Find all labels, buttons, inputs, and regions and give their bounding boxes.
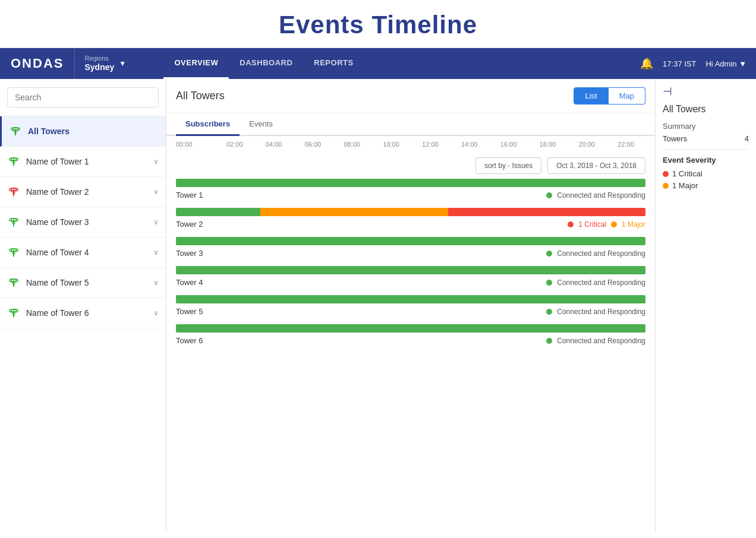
sidebar-item-tower2[interactable]: Name of Tower 2 ∨ — [0, 177, 166, 207]
tower5-status: Connected and Responding — [546, 308, 645, 316]
chevron-down-icon: ∨ — [153, 309, 159, 317]
time-label-2: 04:00 — [254, 141, 294, 148]
sidebar-items: All Towers Name of Tower 1 ∨ — [0, 116, 166, 533]
tower3-status: Connected and Responding — [546, 249, 645, 258]
tower5-info: Tower 5 Connected and Responding — [176, 305, 645, 319]
sort-button[interactable]: sort by - Issues — [475, 157, 541, 174]
panel-collapse-button[interactable]: ⊣ — [663, 85, 749, 98]
tower5-name: Tower 5 — [176, 307, 203, 316]
content-header: All Towers List Map — [166, 79, 655, 113]
time-label-3: 06:00 — [293, 141, 332, 148]
severity-major: 1 Major — [663, 181, 749, 190]
tower6-info: Tower 6 Connected and Responding — [176, 334, 645, 349]
content-tabs: Subscribers Events — [166, 113, 655, 136]
list-view-button[interactable]: List — [574, 87, 608, 105]
map-view-button[interactable]: Map — [609, 87, 645, 105]
table-row: Tower 1 Connected and Responding — [176, 179, 645, 203]
bar-green — [176, 324, 645, 333]
status-dot-green — [546, 192, 552, 198]
tower-icon — [7, 276, 20, 289]
bar-green — [176, 295, 645, 303]
admin-label[interactable]: Hi Admin ▼ — [705, 59, 746, 68]
bar-green — [176, 179, 645, 187]
table-row: Tower 3 Connected and Responding — [176, 237, 645, 261]
sidebar-item-all-towers[interactable]: All Towers — [0, 116, 166, 147]
sidebar-item-tower3[interactable]: Name of Tower 3 ∨ — [0, 207, 166, 238]
nav-links: OVERVIEW DASHBOARD REPORTS — [152, 48, 631, 79]
tower-icon — [7, 306, 20, 319]
status-dot-red — [568, 221, 574, 227]
timeline-area: 00:00 02:00 04:00 06:00 08:00 10:00 12:0… — [166, 136, 655, 533]
tower6-status: Connected and Responding — [546, 337, 645, 345]
top-nav: ONDAS Regions Sydney ▼ OVERVIEW DASHBOAR… — [0, 48, 756, 79]
sidebar-item-tower1[interactable]: Name of Tower 1 ∨ — [0, 147, 166, 177]
panel-towers-count: 4 — [745, 134, 749, 143]
status-dot-green — [546, 251, 552, 257]
panel-title: All Towers — [663, 104, 749, 115]
tower1-status-label: Connected and Responding — [557, 191, 645, 200]
tower-icon-red — [7, 185, 20, 198]
page-title-bar: Events Timeline — [0, 0, 756, 48]
tab-subscribers[interactable]: Subscribers — [176, 113, 240, 136]
tower3-bar — [176, 237, 645, 245]
tower2-status: 1 Critical 1 Major — [568, 220, 645, 229]
nav-reports[interactable]: REPORTS — [303, 48, 364, 79]
tower4-status: Connected and Responding — [546, 279, 645, 287]
bar-green — [176, 237, 645, 245]
time-label-11: 22:00 — [606, 141, 645, 148]
tower2-name: Tower 2 — [176, 220, 203, 229]
tower4-name: Tower 4 — [176, 278, 203, 287]
table-row: Tower 2 1 Critical 1 Major — [176, 208, 645, 232]
panel-towers-label: Towers — [663, 134, 687, 143]
tower6-status-label: Connected and Responding — [557, 337, 645, 345]
status-dot-green — [546, 309, 552, 315]
sidebar-item-all-towers-label: All Towers — [28, 126, 159, 136]
right-panel: ⊣ All Towers Summary Towers 4 Event Seve… — [655, 79, 756, 533]
tab-events[interactable]: Events — [240, 113, 282, 136]
nav-dashboard[interactable]: DASHBOARD — [229, 48, 303, 79]
time-axis: 00:00 02:00 04:00 06:00 08:00 10:00 12:0… — [176, 136, 645, 150]
sidebar-item-tower1-label: Name of Tower 1 — [26, 157, 153, 166]
tower-icon-green — [9, 125, 22, 138]
sidebar-item-tower4[interactable]: Name of Tower 4 ∨ — [0, 238, 166, 268]
status-dot-green — [546, 280, 552, 286]
time-label-8: 16:00 — [489, 141, 528, 148]
view-toggle: List Map — [574, 87, 645, 105]
chevron-down-icon: ∨ — [153, 218, 159, 226]
sidebar-item-tower6-label: Name of Tower 6 — [26, 308, 153, 318]
sidebar-item-tower3-label: Name of Tower 3 — [26, 217, 153, 227]
sidebar-item-tower5-label: Name of Tower 5 — [26, 278, 153, 287]
tower4-status-label: Connected and Responding — [557, 279, 645, 287]
time-label-7: 14:00 — [450, 141, 489, 148]
region-selector[interactable]: Regions Sydney ▼ — [74, 48, 152, 79]
chevron-down-icon: ∨ — [153, 188, 159, 196]
sidebar-item-tower6[interactable]: Name of Tower 6 ∨ — [0, 298, 166, 328]
time-label-1: 02:00 — [215, 141, 254, 148]
chevron-down-icon: ∨ — [153, 279, 159, 287]
region-label: Regions — [84, 55, 114, 62]
tower3-name: Tower 3 — [176, 249, 203, 258]
sidebar: All Towers Name of Tower 1 ∨ — [0, 79, 166, 533]
bar-green — [176, 266, 645, 274]
tower6-bar — [176, 324, 645, 333]
search-input[interactable] — [7, 87, 159, 107]
tower1-info: Tower 1 Connected and Responding — [176, 188, 645, 203]
nav-overview[interactable]: OVERVIEW — [163, 48, 229, 79]
status-dot-green — [546, 338, 552, 344]
time-label-6: 12:00 — [411, 141, 450, 148]
chevron-down-icon: ∨ — [153, 157, 159, 166]
date-range-button[interactable]: Oct 3, 2018 - Oct 3, 2018 — [547, 157, 645, 174]
sidebar-item-tower5[interactable]: Name of Tower 5 ∨ — [0, 268, 166, 298]
time-display: 17:37 IST — [663, 59, 696, 68]
tower2-bar — [176, 208, 645, 216]
time-label-5: 10:00 — [371, 141, 411, 148]
tower-icon — [7, 216, 20, 229]
content-title: All Towers — [176, 90, 225, 102]
sidebar-item-tower4-label: Name of Tower 4 — [26, 248, 153, 257]
panel-towers-row: Towers 4 — [663, 134, 749, 143]
bell-icon[interactable]: 🔔 — [640, 57, 653, 70]
bar-red — [448, 208, 645, 216]
tower3-status-label: Connected and Responding — [557, 249, 645, 258]
table-row: Tower 6 Connected and Responding — [176, 324, 645, 349]
table-row: Tower 4 Connected and Responding — [176, 266, 645, 290]
